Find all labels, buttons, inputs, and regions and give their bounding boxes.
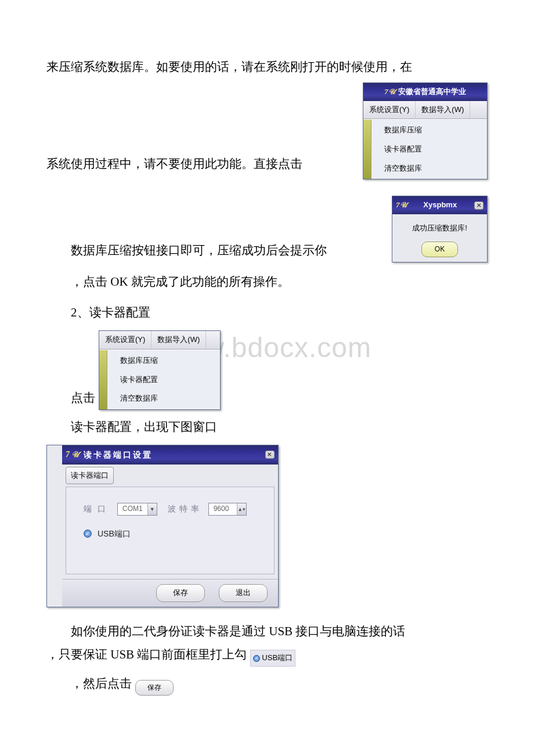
titlebar: 7𝒰 Xyspbmx ✕	[392, 196, 487, 214]
body-text: 数据库压缩按钮接口即可，压缩成功后会提示你	[46, 239, 388, 262]
label-baud: 波特率	[168, 501, 203, 517]
menu-widget: 系统设置(Y) 数据导入(W) 数据库压缩 读卡器配置 清空数据库	[99, 330, 221, 410]
menu-handle	[363, 120, 371, 179]
window-title: 安徽省普通高中学业	[398, 85, 466, 99]
menubar: 系统设置(Y) 数据导入(W)	[363, 101, 487, 120]
inline-save-button[interactable]: 保存	[135, 680, 174, 696]
app-window-anhui: 7𝒰 安徽省普通高中学业 系统设置(Y) 数据导入(W) 数据库压缩 读卡器配置…	[363, 82, 488, 179]
combo-baud-value: 9600	[209, 502, 237, 516]
label-port: 端口	[84, 501, 111, 517]
menubar: 系统设置(Y) 数据导入(W)	[99, 331, 220, 350]
menu-item-compress-db[interactable]: 数据库压缩	[371, 121, 487, 140]
inline-usb-checkbox: ✓ USB端口	[250, 650, 295, 667]
section-heading: 2、读卡器配置	[46, 301, 488, 325]
button-bar: 保存 退出	[62, 579, 278, 607]
chevron-down-icon[interactable]: ▼	[147, 503, 157, 515]
menu-system-settings[interactable]: 系统设置(Y)	[363, 101, 416, 119]
menu-item-clear-db[interactable]: 清空数据库	[107, 389, 220, 408]
combo-baud[interactable]: 9600 ▲▾	[208, 503, 247, 516]
dialog-message: 成功压缩数据库!	[396, 221, 484, 236]
ok-button[interactable]: OK	[421, 242, 458, 257]
tab-reader-port[interactable]: 读卡器端口	[66, 467, 114, 485]
close-icon[interactable]: ✕	[265, 451, 275, 459]
body-text: 读卡器配置，出现下图窗口	[46, 416, 488, 439]
combo-port[interactable]: COM1 ▼	[117, 503, 157, 516]
spinner-icon[interactable]: ▲▾	[237, 503, 246, 515]
menu-system-settings[interactable]: 系统设置(Y)	[99, 331, 151, 349]
menu-item-compress-db[interactable]: 数据库压缩	[107, 351, 220, 370]
app-icon: 7𝒰	[66, 447, 80, 463]
body-text: 来压缩系统数据库。如要使用的话，请在系统刚打开的时候使用，在	[46, 56, 488, 79]
titlebar: 7𝒰 安徽省普通高中学业	[363, 83, 487, 101]
body-text: 系统使用过程中，请不要使用此功能。直接点击	[46, 153, 359, 176]
menu-data-import[interactable]: 数据导入(W)	[151, 331, 206, 349]
checkbox-usb[interactable]: ✓	[84, 530, 92, 538]
menu-item-reader-config[interactable]: 读卡器配置	[371, 140, 487, 159]
menu-handle	[99, 350, 107, 409]
dropdown-menu: 数据库压缩 读卡器配置 清空数据库	[99, 350, 220, 409]
combo-port-value: COM1	[118, 502, 147, 516]
body-text: ，只要保证 USB 端口前面框里打上勾	[46, 643, 247, 667]
dialog-xyspbmx: 7𝒰 Xyspbmx ✕ 成功压缩数据库! OK	[392, 196, 488, 262]
body-text: 点击	[71, 387, 95, 410]
dialog-body: 端口 COM1 ▼ 波特率 9600 ▲▾ ✓ USB端口	[66, 487, 275, 574]
body-text: ，点击 OK 就完成了此功能的所有操作。	[46, 271, 488, 294]
save-button[interactable]: 保存	[156, 584, 205, 602]
label-usb-port: USB端口	[98, 526, 131, 542]
menu-data-import[interactable]: 数据导入(W)	[416, 101, 470, 119]
dropdown-menu: 数据库压缩 读卡器配置 清空数据库	[363, 119, 487, 179]
body-text: 如你使用的二代身份证读卡器是通过 USB 接口与电脑连接的话	[46, 620, 488, 643]
menu-item-reader-config[interactable]: 读卡器配置	[107, 370, 220, 390]
exit-button[interactable]: 退出	[219, 584, 268, 602]
menu-item-clear-db[interactable]: 清空数据库	[371, 159, 487, 178]
close-icon[interactable]: ✕	[474, 201, 484, 210]
dialog-reader-port: 7𝒰 读卡器端口设置 ✕ 读卡器端口 端口 COM1 ▼ 波特率 9600 ▲▾	[46, 445, 279, 607]
app-icon: 7𝒰	[384, 85, 395, 99]
label-usb-port-inline: USB端口	[262, 651, 293, 665]
dialog-title: 读卡器端口设置	[84, 447, 153, 463]
body-text: ，然后点击	[71, 672, 132, 696]
app-icon: 7𝒰	[396, 198, 406, 213]
dialog-title: Xyspbmx	[410, 198, 471, 213]
checkbox-icon: ✓	[253, 655, 260, 662]
titlebar: 7𝒰 读卡器端口设置 ✕	[62, 445, 278, 465]
